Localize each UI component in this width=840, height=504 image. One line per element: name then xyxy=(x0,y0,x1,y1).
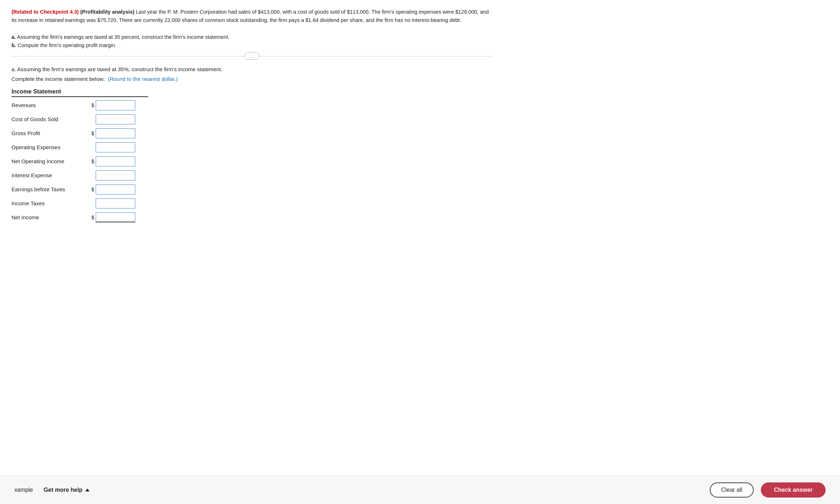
row-label-net-operating-income: Net Operating Income xyxy=(12,158,87,164)
dollar-sign: $ xyxy=(87,158,94,164)
row-label-income-taxes: Income Taxes xyxy=(12,200,87,206)
checkpoint-label: (Related to Checkpoint 4.3) xyxy=(12,9,79,15)
table-row: Net Income$ xyxy=(12,211,155,224)
type-label: (Profitability analysis) xyxy=(80,9,135,15)
income-input-earnings-before-taxes[interactable] xyxy=(96,184,135,194)
round-note: (Round to the nearest dollar.) xyxy=(108,76,178,82)
get-more-help-button[interactable]: Get more help xyxy=(44,487,90,493)
income-input-income-taxes[interactable] xyxy=(96,198,135,209)
income-input-operating-expenses[interactable] xyxy=(96,142,135,152)
section-a-heading: a. Assuming the firm's earnings are taxe… xyxy=(12,66,492,72)
row-label-gross-profit: Gross Profit xyxy=(12,130,87,136)
income-input-net-operating-income[interactable] xyxy=(96,156,135,166)
problem-header: (Related to Checkpoint 4.3) (Profitabili… xyxy=(12,8,492,50)
dollar-sign: $ xyxy=(87,130,94,136)
table-title: Income Statement xyxy=(12,88,148,97)
row-label-operating-expenses: Operating Expenses xyxy=(12,144,87,150)
income-input-revenues[interactable] xyxy=(96,100,135,110)
part-b-text: Compute the firm's operating profit marg… xyxy=(18,42,116,48)
part-a-text: Assuming the firm's earnings are taxed a… xyxy=(17,34,230,40)
part-a-label: a. xyxy=(12,34,16,40)
bottom-right: Clear all Check answer xyxy=(710,482,826,498)
dollar-sign: $ xyxy=(87,186,94,192)
table-row: Cost of Goods Sold$ xyxy=(12,113,155,125)
ellipsis-button[interactable]: ... xyxy=(244,52,260,60)
income-statement-table: Income Statement Revenues$Cost of Goods … xyxy=(12,88,155,224)
table-row: Operating Expenses$ xyxy=(12,141,155,154)
part-b-label: b. xyxy=(12,42,16,48)
row-label-cost-of-goods-sold: Cost of Goods Sold xyxy=(12,116,87,122)
dollar-sign: $ xyxy=(87,214,94,220)
chevron-up-icon xyxy=(85,489,90,491)
clear-all-button[interactable]: Clear all xyxy=(710,482,754,498)
row-label-revenues: Revenues xyxy=(12,102,87,108)
table-row: Income Taxes$ xyxy=(12,197,155,210)
divider: ... xyxy=(12,56,492,60)
income-input-interest-expense[interactable] xyxy=(96,170,135,180)
row-label-earnings-before-taxes: Earnings before Taxes xyxy=(12,186,87,192)
row-label-net-income: Net Income xyxy=(12,214,87,220)
table-row: Interest Expense$ xyxy=(12,169,155,182)
table-row: Revenues$ xyxy=(12,99,155,111)
row-label-interest-expense: Interest Expense xyxy=(12,172,87,178)
income-input-net-income[interactable] xyxy=(96,212,135,223)
table-row: Earnings before Taxes$ xyxy=(12,183,155,196)
bottom-left: xample Get more help xyxy=(14,487,90,493)
dollar-sign: $ xyxy=(87,102,94,108)
instruction-text: Complete the income statement below: (Ro… xyxy=(12,76,492,82)
bottom-bar: xample Get more help Clear all Check ans… xyxy=(0,476,840,504)
check-answer-button[interactable]: Check answer xyxy=(761,482,826,498)
table-row: Net Operating Income$ xyxy=(12,155,155,168)
table-row: Gross Profit$ xyxy=(12,127,155,139)
example-label: xample xyxy=(14,487,33,493)
income-input-cost-of-goods-sold[interactable] xyxy=(96,114,135,124)
income-input-gross-profit[interactable] xyxy=(96,128,135,138)
